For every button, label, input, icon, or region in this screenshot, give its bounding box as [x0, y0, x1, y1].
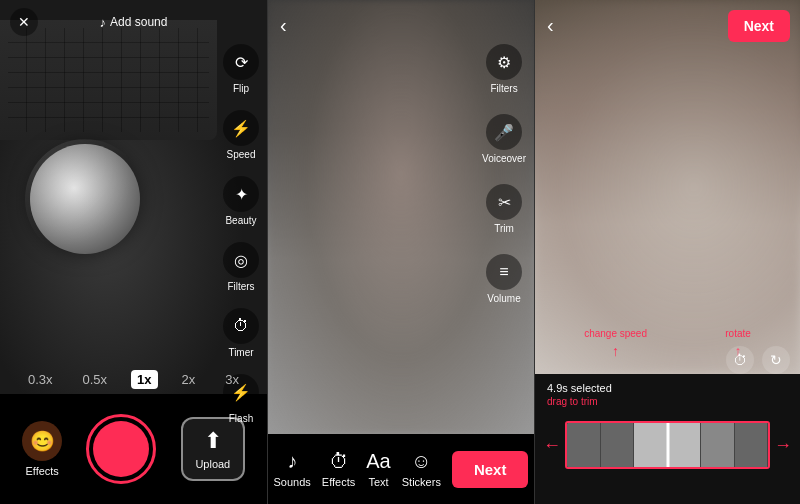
fuzzy-ball-visual [30, 144, 140, 254]
trim-area: 4.9s selected drag to trim ← → [535, 374, 800, 504]
flip-icon: ⟳ [223, 44, 259, 80]
trim-frame-1 [567, 423, 601, 467]
trim-frame-2 [601, 423, 635, 467]
trim-back-button[interactable]: ‹ [547, 14, 554, 37]
speed-circle-icon: ⏱ [733, 352, 747, 368]
change-speed-arrow-icon: ↑ [612, 343, 619, 359]
trim-right-arrow-icon[interactable]: → [774, 435, 792, 456]
trim-left-arrow-icon[interactable]: ← [543, 435, 561, 456]
stickers-icon: ☺ [411, 450, 431, 473]
trim-frame-6 [735, 423, 769, 467]
close-button[interactable]: ✕ [10, 8, 38, 36]
add-sound-label: Add sound [110, 15, 167, 29]
trim-drag-text: drag to trim [547, 396, 788, 407]
sidebar-item-timer[interactable]: ⏱ Timer [223, 308, 259, 358]
panel-camera: ✕ ♪ Add sound ⟳ Flip ⚡ Speed ✦ Beauty ◎ … [0, 0, 267, 504]
sidebar-item-filters[interactable]: ◎ Filters [223, 242, 259, 292]
close-icon: ✕ [18, 14, 30, 30]
filters-label: Filters [227, 281, 254, 292]
volume-button[interactable]: ≡ Volume [482, 254, 526, 304]
trim-button[interactable]: ✂ Trim [482, 184, 526, 234]
trim-video-blur [535, 0, 800, 374]
beauty-label: Beauty [225, 215, 256, 226]
speed-0-5x[interactable]: 0.5x [77, 370, 114, 389]
back-icon: ‹ [280, 14, 287, 36]
sounds-icon: ♪ [287, 450, 297, 473]
stickers-label: Stickers [402, 476, 441, 488]
effects-icon: 😊 [22, 421, 62, 461]
flip-label: Flip [233, 83, 249, 94]
trim-back-icon: ‹ [547, 14, 554, 36]
text-tool[interactable]: Aa Text [366, 450, 390, 488]
sounds-tool[interactable]: ♪ Sounds [274, 450, 311, 488]
rotate-circle-icon: ↻ [770, 352, 782, 368]
change-speed-label-group: change speed ↑ [584, 328, 647, 359]
trim-icon: ✂ [486, 184, 522, 220]
timer-icon: ⏱ [223, 308, 259, 344]
trim-frame-3 [634, 423, 668, 467]
volume-icon: ≡ [486, 254, 522, 290]
capture-button[interactable] [86, 414, 156, 484]
trim-info: 4.9s selected drag to trim [535, 374, 800, 411]
edit-side-icons: ⚙ Filters 🎤 Voiceover ✂ Trim ≡ Volume [482, 44, 526, 304]
text-icon: Aa [366, 450, 390, 473]
effects-tool-icon: ⏱ [329, 450, 349, 473]
capture-button-inner [93, 421, 149, 477]
camera-topbar: ✕ ♪ Add sound [0, 0, 267, 44]
upload-label: Upload [195, 458, 230, 470]
edit-filters-label: Filters [490, 83, 517, 94]
upload-button[interactable]: ⬆ Upload [181, 417, 245, 481]
trim-timeline[interactable]: ← → [543, 415, 792, 475]
music-icon: ♪ [100, 15, 107, 30]
back-button[interactable]: ‹ [280, 14, 287, 37]
speed-0-3x[interactable]: 0.3x [22, 370, 59, 389]
panel-trim: ‹ Next change speed ↑ rotate ↑ ⏱ ↻ 4.9s … [534, 0, 800, 504]
edit-filters-button[interactable]: ⚙ Filters [482, 44, 526, 94]
trim-selected-text: 4.9s selected [547, 382, 788, 394]
edit-filters-icon: ⚙ [486, 44, 522, 80]
panel-edit: ‹ ⚙ Filters 🎤 Voiceover ✂ Trim ≡ Volume … [267, 0, 534, 504]
beauty-icon: ✦ [223, 176, 259, 212]
effects-button[interactable]: 😊 Effects [22, 421, 62, 477]
flash-label: Flash [229, 413, 253, 424]
change-speed-text: change speed [584, 328, 647, 339]
trim-next-button[interactable]: Next [728, 10, 790, 42]
sidebar-item-flip[interactable]: ⟳ Flip [223, 44, 259, 94]
timer-label: Timer [228, 347, 253, 358]
stickers-tool[interactable]: ☺ Stickers [402, 450, 441, 488]
speed-3x[interactable]: 3x [219, 370, 245, 389]
upload-icon: ⬆ [204, 428, 222, 454]
filters-icon: ◎ [223, 242, 259, 278]
rotate-icon-button[interactable]: ↻ [762, 346, 790, 374]
rotate-text: rotate [725, 328, 751, 339]
edit-bottom-toolbar: ♪ Sounds ⏱ Effects Aa Text ☺ Stickers Ne… [268, 434, 534, 504]
voiceover-icon: 🎤 [486, 114, 522, 150]
trim-filmstrip[interactable] [565, 421, 770, 469]
text-label: Text [368, 476, 388, 488]
speed-label: Speed [227, 149, 256, 160]
effects-tool[interactable]: ⏱ Effects [322, 450, 355, 488]
trim-playhead [666, 423, 669, 467]
voiceover-label: Voiceover [482, 153, 526, 164]
speed-1x[interactable]: 1x [131, 370, 157, 389]
speed-2x[interactable]: 2x [176, 370, 202, 389]
speed-selector: 0.3x 0.5x 1x 2x 3x [0, 370, 267, 389]
effects-label: Effects [25, 465, 58, 477]
change-speed-icon-button[interactable]: ⏱ [726, 346, 754, 374]
trim-frame-5 [701, 423, 735, 467]
trim-frame-4 [668, 423, 702, 467]
speed-icon: ⚡ [223, 110, 259, 146]
sounds-label: Sounds [274, 476, 311, 488]
camera-side-icons: ⟳ Flip ⚡ Speed ✦ Beauty ◎ Filters ⏱ Time… [223, 44, 259, 424]
volume-label: Volume [487, 293, 520, 304]
effects-tool-label: Effects [322, 476, 355, 488]
sidebar-item-beauty[interactable]: ✦ Beauty [223, 176, 259, 226]
add-sound-button[interactable]: ♪ Add sound [100, 15, 168, 30]
trim-label: Trim [494, 223, 514, 234]
next-button[interactable]: Next [452, 451, 529, 488]
voiceover-button[interactable]: 🎤 Voiceover [482, 114, 526, 164]
sidebar-item-speed[interactable]: ⚡ Speed [223, 110, 259, 160]
